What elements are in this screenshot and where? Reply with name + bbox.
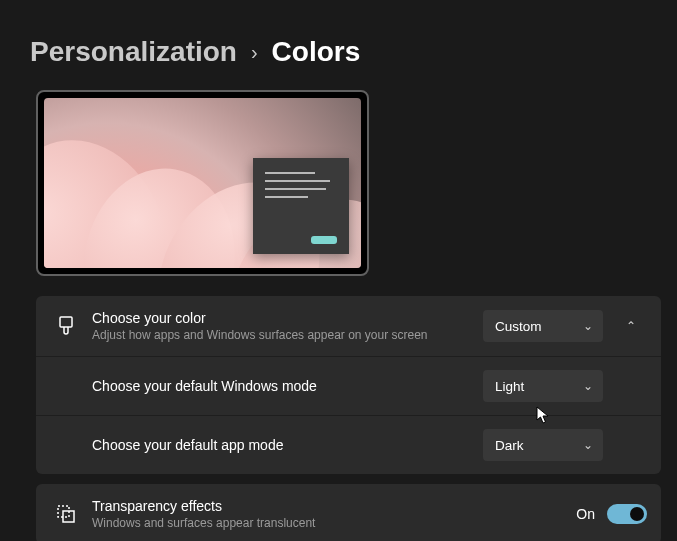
color-mode-value: Custom <box>495 319 542 334</box>
chevron-down-icon: ⌄ <box>583 379 593 393</box>
transparency-toggle[interactable] <box>607 504 647 524</box>
breadcrumb: Personalization › Colors <box>0 0 677 68</box>
choose-color-title: Choose your color <box>92 310 483 326</box>
windows-mode-select[interactable]: Light ⌄ <box>483 370 603 402</box>
theme-preview[interactable] <box>36 90 369 276</box>
choose-color-subtitle: Adjust how apps and Windows surfaces app… <box>92 328 483 342</box>
windows-mode-value: Light <box>495 379 524 394</box>
svg-rect-0 <box>60 317 72 327</box>
app-mode-select[interactable]: Dark ⌄ <box>483 429 603 461</box>
chevron-down-icon: ⌄ <box>583 319 593 333</box>
chevron-down-icon: ⌄ <box>583 438 593 452</box>
collapse-section-button[interactable]: ⌃ <box>615 310 647 342</box>
choose-color-row: Choose your color Adjust how apps and Wi… <box>36 296 661 356</box>
colors-panel: Choose your color Adjust how apps and Wi… <box>36 296 661 474</box>
breadcrumb-current: Colors <box>272 36 361 68</box>
transparency-panel: Transparency effects Windows and surface… <box>36 484 661 541</box>
color-mode-select[interactable]: Custom ⌄ <box>483 310 603 342</box>
transparency-state-label: On <box>576 506 595 522</box>
theme-preview-window <box>253 158 349 254</box>
chevron-right-icon: › <box>251 41 258 64</box>
theme-preview-wallpaper <box>44 98 361 268</box>
windows-mode-label: Choose your default Windows mode <box>92 378 483 394</box>
brush-icon <box>54 316 78 336</box>
chevron-up-icon: ⌃ <box>626 319 636 333</box>
windows-mode-row: Choose your default Windows mode Light ⌄ <box>36 356 661 415</box>
transparency-row: Transparency effects Windows and surface… <box>36 484 661 541</box>
transparency-subtitle: Windows and surfaces appear translucent <box>92 516 576 530</box>
app-mode-value: Dark <box>495 438 524 453</box>
toggle-knob <box>630 507 644 521</box>
transparency-title: Transparency effects <box>92 498 576 514</box>
app-mode-label: Choose your default app mode <box>92 437 483 453</box>
transparency-icon <box>54 504 78 524</box>
breadcrumb-parent[interactable]: Personalization <box>30 36 237 68</box>
app-mode-row: Choose your default app mode Dark ⌄ <box>36 415 661 474</box>
